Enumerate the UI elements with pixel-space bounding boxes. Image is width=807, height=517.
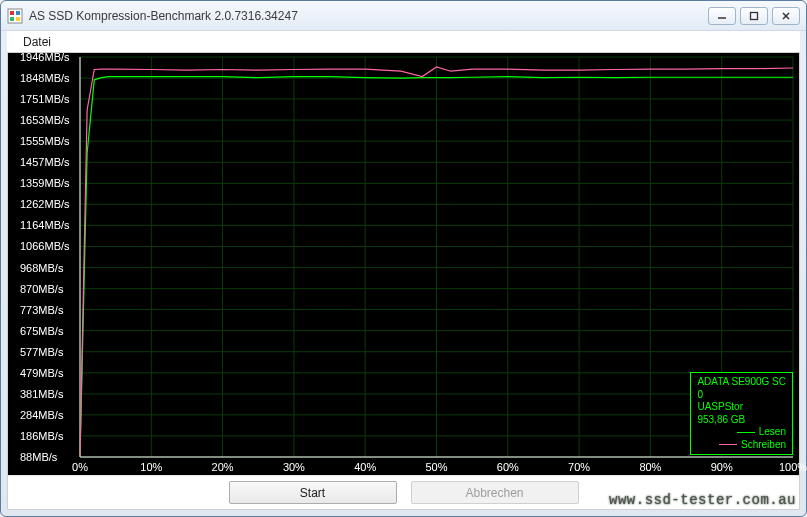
svg-rect-3 [10,17,14,21]
window-title: AS SSD Kompression-Benchmark 2.0.7316.34… [29,9,708,23]
y-tick-label: 1946MB/s [20,51,70,63]
menu-file[interactable]: Datei [15,33,59,51]
chart-area: ADATA SE900G SC 0 UASPStor 953,86 GB Les… [8,53,799,475]
legend-box: ADATA SE900G SC 0 UASPStor 953,86 GB Les… [690,372,793,455]
y-tick-label: 577MB/s [20,346,63,358]
legend-write-row: Schreiben [697,439,786,452]
x-tick-label: 60% [497,461,519,473]
legend-read-label: Lesen [759,426,786,439]
legend-capacity: 953,86 GB [697,414,786,427]
legend-device: ADATA SE900G SC [697,376,786,389]
x-tick-label: 50% [425,461,447,473]
x-tick-label: 40% [354,461,376,473]
y-tick-label: 1457MB/s [20,156,70,168]
y-tick-label: 1653MB/s [20,114,70,126]
svg-rect-2 [16,11,20,15]
svg-rect-1 [10,11,14,15]
x-tick-label: 30% [283,461,305,473]
y-tick-label: 1751MB/s [20,93,70,105]
y-tick-label: 186MB/s [20,430,63,442]
app-window: AS SSD Kompression-Benchmark 2.0.7316.34… [0,0,807,517]
cancel-button[interactable]: Abbrechen [411,481,579,504]
minimize-button[interactable] [708,7,736,25]
maximize-button[interactable] [740,7,768,25]
y-tick-label: 284MB/s [20,409,63,421]
legend-driver: UASPStor [697,401,786,414]
x-tick-label: 90% [711,461,733,473]
x-tick-label: 100% [779,461,807,473]
y-tick-label: 1262MB/s [20,198,70,210]
svg-rect-9 [8,53,799,475]
y-tick-label: 1848MB/s [20,72,70,84]
y-tick-label: 1555MB/s [20,135,70,147]
y-tick-label: 88MB/s [20,451,57,463]
legend-write-swatch [719,444,737,445]
y-tick-label: 675MB/s [20,325,63,337]
y-tick-label: 1066MB/s [20,240,70,252]
chart-canvas [8,53,799,475]
minimize-icon [717,11,727,21]
svg-rect-4 [16,17,20,21]
y-tick-label: 1359MB/s [20,177,70,189]
close-button[interactable] [772,7,800,25]
close-icon [781,11,791,21]
svg-rect-6 [751,12,758,19]
start-button[interactable]: Start [229,481,397,504]
x-tick-label: 80% [639,461,661,473]
x-tick-label: 0% [72,461,88,473]
window-controls [708,7,800,25]
y-tick-label: 1164MB/s [20,219,70,231]
app-icon [7,8,23,24]
legend-read-row: Lesen [697,426,786,439]
titlebar: AS SSD Kompression-Benchmark 2.0.7316.34… [1,1,806,31]
legend-write-label: Schreiben [741,439,786,452]
x-tick-label: 70% [568,461,590,473]
y-tick-label: 381MB/s [20,388,63,400]
legend-device-line2: 0 [697,389,786,402]
y-tick-label: 968MB/s [20,262,63,274]
menubar: Datei [7,31,800,53]
y-tick-label: 773MB/s [20,304,63,316]
legend-read-swatch [737,432,755,433]
client-area: ADATA SE900G SC 0 UASPStor 953,86 GB Les… [7,53,800,510]
y-tick-label: 479MB/s [20,367,63,379]
x-tick-label: 10% [140,461,162,473]
maximize-icon [749,11,759,21]
y-tick-label: 870MB/s [20,283,63,295]
x-tick-label: 20% [212,461,234,473]
button-row: Start Abbrechen [8,475,799,509]
